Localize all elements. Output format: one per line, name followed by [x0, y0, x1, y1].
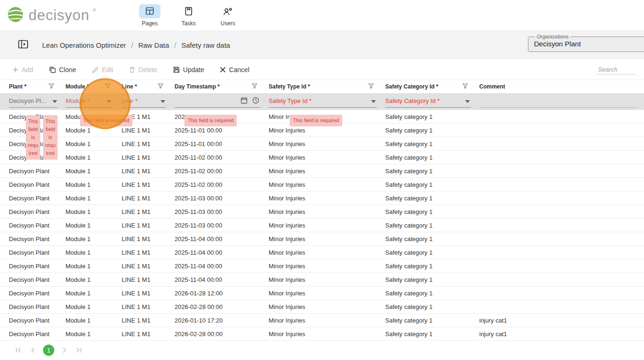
pages-icon: [139, 4, 161, 18]
column-header-plant[interactable]: Plant *: [9, 83, 66, 90]
clone-button[interactable]: Clone: [49, 66, 76, 73]
clock-icon[interactable]: [252, 97, 259, 105]
prev-page-button[interactable]: [30, 347, 36, 353]
column-header-safety-category[interactable]: Safety Category Id *: [385, 83, 479, 90]
nav-item-pages[interactable]: Pages: [139, 4, 161, 27]
table-row[interactable]: Decisyon PlantModule 1LINE 1 M12026-01-2…: [0, 287, 644, 300]
edit-plant-select[interactable]: Decisyon Pl...: [9, 96, 58, 108]
cell-module: Module 1: [66, 208, 122, 215]
nav-item-users[interactable]: Users: [217, 4, 239, 27]
breadcrumb-item-section[interactable]: Raw Data: [138, 41, 169, 49]
close-icon: [220, 67, 226, 73]
breadcrumb-item-page[interactable]: Safety raw data: [181, 41, 230, 49]
search-input[interactable]: [596, 65, 637, 74]
cell-plant: Decisyon Plant: [9, 208, 66, 215]
cell-module: Module 1: [66, 235, 122, 242]
nav-item-tasks[interactable]: Tasks: [178, 4, 199, 27]
table-body: Decisyon PlantModule 1LINE 1 M12025-11-0…: [0, 110, 644, 341]
edit-safety-type-select[interactable]: Safety Type Id *: [269, 96, 377, 108]
users-icon: [217, 4, 239, 18]
table-row[interactable]: Decisyon PlantModule 1LINE 1 M12025-11-0…: [0, 137, 644, 151]
cell-module: Module 1: [66, 290, 122, 297]
last-page-button[interactable]: [75, 347, 82, 353]
cell-module: Module 1: [66, 140, 122, 147]
table-row[interactable]: Decisyon PlantModule 1LINE 1 M12025-11-0…: [0, 246, 644, 259]
cell-category: Safety category 1: [385, 140, 479, 147]
column-header-day-timestamp[interactable]: Day Timestamp *: [175, 83, 269, 90]
cell-category: Safety category 1: [385, 303, 479, 310]
column-header-comment[interactable]: Comment: [479, 83, 644, 90]
cell-line: LINE 1 M1: [122, 208, 175, 215]
cell-line: LINE 1 M1: [122, 154, 175, 161]
breadcrumb: Lean Operations Optimizer / Raw Data / S…: [42, 41, 230, 49]
cell-line: LINE 1 M1: [122, 303, 175, 310]
calendar-icon[interactable]: [241, 97, 248, 105]
table-row[interactable]: Decisyon PlantModule 1LINE 1 M12025-11-0…: [0, 219, 644, 232]
column-header-module[interactable]: Module *: [66, 83, 122, 90]
plus-icon: [13, 67, 18, 73]
cell-day: 2025-11-03 00:00: [175, 208, 269, 215]
column-header-line[interactable]: Line *: [122, 83, 175, 90]
cell-type: Minor Injuries: [269, 331, 385, 338]
filter-icon[interactable]: [49, 83, 54, 90]
cell-line: LINE 1 M1: [122, 290, 175, 297]
table-row[interactable]: Decisyon PlantModule 1LINE 1 M12025-11-0…: [0, 205, 644, 219]
cell-plant: Decisyon Plant: [9, 195, 66, 202]
delete-button[interactable]: Delete: [129, 66, 157, 73]
cell-type: Minor Injuries: [269, 168, 385, 175]
table-row[interactable]: Decisyon PlantModule 1LINE 1 M12026-02-2…: [0, 327, 644, 341]
breadcrumb-item-app[interactable]: Lean Operations Optimizer: [42, 41, 126, 49]
cell-module: Module 1: [66, 195, 122, 202]
filter-icon[interactable]: [105, 83, 110, 90]
table-row[interactable]: Decisyon PlantModule 1LINE 1 M12025-11-0…: [0, 273, 644, 287]
table-row[interactable]: Decisyon PlantModule 1LINE 1 M12026-02-2…: [0, 300, 644, 314]
cell-type: Minor Injuries: [269, 263, 385, 270]
cell-day: 2026-01-10 17:20: [175, 317, 269, 324]
filter-icon[interactable]: [158, 83, 163, 90]
edit-button[interactable]: Edit: [92, 66, 113, 73]
filter-icon[interactable]: [252, 83, 257, 90]
cell-module: Module 1: [66, 181, 122, 188]
edit-module-select[interactable]: Module *: [66, 96, 112, 108]
filter-icon[interactable]: [368, 83, 374, 90]
validation-tooltip: This field is required: [80, 115, 132, 126]
cell-type: Minor Injuries: [269, 208, 385, 215]
table-row[interactable]: Decisyon PlantModule 1LINE 1 M12025-11-0…: [0, 178, 644, 191]
cell-type: Minor Injuries: [269, 140, 385, 147]
add-button[interactable]: Add: [13, 66, 33, 73]
column-header-safety-type[interactable]: Safety Type Id *: [269, 83, 385, 90]
first-page-button[interactable]: [15, 347, 22, 353]
cancel-button[interactable]: Cancel: [220, 66, 249, 73]
cell-line: LINE 1 M1: [122, 181, 175, 188]
pencil-icon: [92, 66, 99, 73]
cell-plant: Decisyon Plant: [9, 222, 66, 229]
chevron-down-icon: [161, 97, 165, 104]
cell-type: Minor Injuries: [269, 249, 385, 256]
table-row[interactable]: Decisyon PlantModule 1LINE 1 M12026-01-1…: [0, 314, 644, 327]
next-page-button[interactable]: [62, 347, 67, 353]
edit-safety-category-select[interactable]: Safety Category Id *: [385, 96, 471, 108]
delete-button-label: Delete: [139, 66, 157, 73]
edit-comment-input[interactable]: [479, 96, 637, 108]
edit-day-timestamp-input[interactable]: [175, 96, 260, 108]
cell-category: Safety category 1: [385, 168, 479, 175]
organizations-select[interactable]: Organizations Decisyon Plant: [528, 34, 644, 52]
table-row[interactable]: Decisyon PlantModule 1LINE 1 M12025-11-0…: [0, 151, 644, 164]
edit-line-select[interactable]: Line *: [122, 96, 166, 108]
update-button[interactable]: Update: [173, 66, 204, 73]
table-row[interactable]: Decisyon PlantModule 1LINE 1 M12025-11-0…: [0, 232, 644, 246]
filter-icon[interactable]: [462, 83, 468, 90]
organizations-label: Organizations: [535, 34, 571, 39]
add-button-label: Add: [22, 66, 33, 73]
panel-toggle-icon[interactable]: [18, 39, 29, 51]
cell-module: Module 1: [66, 317, 122, 324]
current-page-indicator[interactable]: 1: [43, 345, 54, 356]
table-row[interactable]: Decisyon PlantModule 1LINE 1 M12025-11-0…: [0, 259, 644, 273]
table-row[interactable]: Decisyon PlantModule 1LINE 1 M12025-11-0…: [0, 191, 644, 205]
chevron-down-icon: [465, 97, 470, 104]
cell-plant: Decisyon Plant: [9, 276, 66, 283]
chevron-down-icon: [107, 97, 111, 104]
table-row[interactable]: Decisyon PlantModule 1LINE 1 M12025-11-0…: [0, 164, 644, 178]
cell-line: LINE 1 M1: [122, 249, 175, 256]
cell-day: 2025-11-04 00:00: [175, 235, 269, 242]
